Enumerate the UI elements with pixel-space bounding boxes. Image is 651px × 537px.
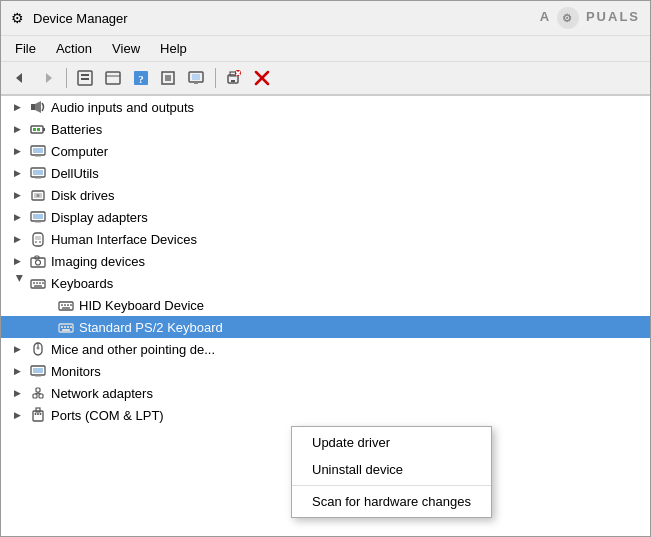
svg-point-42 <box>39 241 41 243</box>
svg-marker-22 <box>35 101 41 113</box>
expander-disk[interactable]: ▶ <box>9 187 25 203</box>
icon-computer <box>29 142 47 160</box>
icon-disk <box>29 186 47 204</box>
tree-item-disk[interactable]: ▶ Disk drives <box>1 184 650 206</box>
label-audio: Audio inputs and outputs <box>51 100 194 115</box>
expander-batteries[interactable]: ▶ <box>9 121 25 137</box>
list-button[interactable] <box>100 66 126 90</box>
remove-button[interactable]: ✖ <box>221 66 247 90</box>
back-button[interactable] <box>7 66 33 90</box>
svg-marker-1 <box>46 73 52 83</box>
tree-item-keyboards[interactable]: ▶ Keyboards <box>1 272 650 294</box>
expander-computer[interactable]: ▶ <box>9 143 25 159</box>
svg-rect-29 <box>35 155 41 157</box>
tree-item-ports[interactable]: ▶ Ports (COM & LPT) <box>1 404 650 426</box>
expander-imaging[interactable]: ▶ <box>9 253 25 269</box>
svg-text:✖: ✖ <box>235 70 241 77</box>
tree-item-hid-keyboard[interactable]: HID Keyboard Device <box>1 294 650 316</box>
svg-rect-48 <box>36 282 38 284</box>
context-menu-update-driver[interactable]: Update driver <box>292 429 491 456</box>
svg-marker-0 <box>16 73 22 83</box>
context-menu-scan[interactable]: Scan for hardware changes <box>292 488 491 515</box>
expander-mice[interactable]: ▶ <box>9 341 25 357</box>
svg-rect-37 <box>33 214 43 219</box>
svg-rect-50 <box>42 282 44 284</box>
tree-item-batteries[interactable]: ▶ Batteries <box>1 118 650 140</box>
svg-point-66 <box>37 347 40 350</box>
expander-dellutils[interactable]: ▶ <box>9 165 25 181</box>
menu-help[interactable]: Help <box>152 39 195 58</box>
tree-item-network[interactable]: ▶ Network adapters <box>1 382 650 404</box>
svg-point-41 <box>35 241 37 243</box>
tree-item-imaging[interactable]: ▶ Imaging devices <box>1 250 650 272</box>
tree-item-audio[interactable]: ▶ Audio inputs and outputs <box>1 96 650 118</box>
menu-action[interactable]: Action <box>48 39 100 58</box>
forward-button[interactable] <box>35 66 61 90</box>
icon-dellutils <box>29 164 47 182</box>
expander-ports[interactable]: ▶ <box>9 407 25 423</box>
icon-hid-keyboard <box>57 296 75 314</box>
icon-display <box>29 208 47 226</box>
label-keyboards: Keyboards <box>51 276 113 291</box>
tree-item-dellutils[interactable]: ▶ DellUtils <box>1 162 650 184</box>
icon-network <box>29 384 47 402</box>
icon-imaging <box>29 252 47 270</box>
properties-button[interactable] <box>72 66 98 90</box>
uninstall-button[interactable] <box>249 66 275 90</box>
menu-file[interactable]: File <box>7 39 44 58</box>
label-hid-keyboard: HID Keyboard Device <box>79 298 204 313</box>
expander-audio[interactable]: ▶ <box>9 99 25 115</box>
label-disk: Disk drives <box>51 188 115 203</box>
expander-display[interactable]: ▶ <box>9 209 25 225</box>
svg-rect-32 <box>35 177 41 179</box>
label-dellutils: DellUtils <box>51 166 99 181</box>
icon-keyboards <box>29 274 47 292</box>
label-ports: Ports (COM & LPT) <box>51 408 164 423</box>
svg-rect-38 <box>35 221 41 223</box>
svg-rect-26 <box>43 128 45 131</box>
svg-rect-40 <box>35 236 41 240</box>
tree-item-monitors[interactable]: ▶ Monitors <box>1 360 650 382</box>
svg-point-35 <box>37 194 40 197</box>
icon-hid <box>29 230 47 248</box>
expander-keyboards[interactable]: ▶ <box>9 275 25 291</box>
svg-point-78 <box>37 413 39 415</box>
svg-rect-16 <box>231 80 235 82</box>
svg-rect-4 <box>81 78 89 80</box>
tree-item-mice[interactable]: ▶ Mice and other pointing de... <box>1 338 650 360</box>
toolbar: ? ✖ <box>1 62 650 96</box>
svg-rect-72 <box>36 388 40 392</box>
context-menu: Update driver Uninstall device Scan for … <box>291 426 492 518</box>
label-display: Display adapters <box>51 210 148 225</box>
svg-rect-12 <box>192 74 200 80</box>
svg-rect-10 <box>165 75 171 81</box>
menu-view[interactable]: View <box>104 39 148 58</box>
tree-item-hid[interactable]: ▶ Human Interface Devices <box>1 228 650 250</box>
expander-monitors[interactable]: ▶ <box>9 363 25 379</box>
svg-rect-54 <box>64 304 66 306</box>
scan-button[interactable] <box>156 66 182 90</box>
monitor-button[interactable] <box>184 66 210 90</box>
context-menu-uninstall[interactable]: Uninstall device <box>292 456 491 483</box>
svg-rect-63 <box>62 329 70 331</box>
svg-rect-3 <box>81 74 89 76</box>
label-batteries: Batteries <box>51 122 102 137</box>
expander-hid[interactable]: ▶ <box>9 231 25 247</box>
toolbar-separator-2 <box>215 68 216 88</box>
context-menu-separator <box>292 485 491 486</box>
svg-rect-21 <box>31 104 35 110</box>
expander-network[interactable]: ▶ <box>9 385 25 401</box>
device-tree[interactable]: ▶ Audio inputs and outputs ▶ Batteries ▶… <box>1 96 650 536</box>
svg-rect-13 <box>194 82 198 84</box>
icon-monitors <box>29 362 47 380</box>
menu-bar: File Action View Help <box>1 36 650 62</box>
svg-rect-25 <box>37 128 40 131</box>
help-toolbar-button[interactable]: ? <box>128 66 154 90</box>
svg-rect-31 <box>33 170 43 175</box>
svg-point-79 <box>40 413 42 415</box>
tree-item-display[interactable]: ▶ Display adapters <box>1 206 650 228</box>
tree-item-ps2-keyboard[interactable]: Standard PS/2 Keyboard <box>1 316 650 338</box>
label-hid: Human Interface Devices <box>51 232 197 247</box>
tree-item-computer[interactable]: ▶ Computer <box>1 140 650 162</box>
svg-rect-55 <box>67 304 69 306</box>
